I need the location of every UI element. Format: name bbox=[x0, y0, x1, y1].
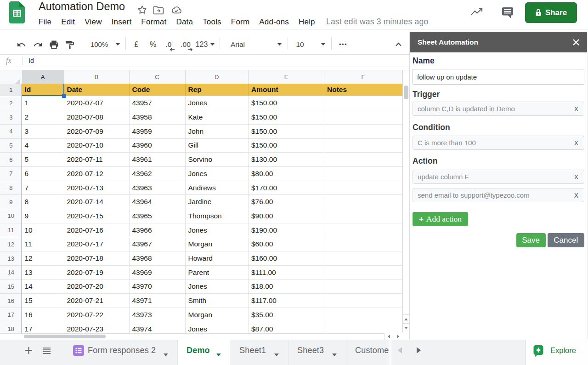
cell-E3[interactable]: $150.00 bbox=[249, 110, 324, 125]
cell-A1[interactable]: Id bbox=[22, 84, 64, 96]
formula-input[interactable]: Id bbox=[28, 57, 34, 64]
cell-A2[interactable]: 1 bbox=[22, 97, 64, 111]
sheet-tab-customers[interactable]: Customers bbox=[346, 340, 390, 365]
menu-view[interactable]: View bbox=[85, 17, 102, 28]
cell-D17[interactable]: Morgan bbox=[186, 308, 249, 322]
menu-help[interactable]: Help bbox=[299, 17, 315, 28]
action-chip-2[interactable]: send email to support@typezoo.comX bbox=[413, 188, 584, 202]
last-edit-status[interactable]: Last edit was 3 minutes ago bbox=[326, 17, 428, 26]
cell-A9[interactable]: 8 bbox=[22, 195, 64, 209]
cell-E10[interactable]: $90.00 bbox=[249, 209, 324, 223]
cell-B16[interactable]: 2020-07-21 bbox=[64, 294, 130, 308]
comment-icon[interactable] bbox=[501, 6, 514, 20]
cell-A7[interactable]: 6 bbox=[22, 167, 64, 181]
move-folder-icon[interactable] bbox=[153, 6, 164, 17]
cell-F16[interactable] bbox=[324, 294, 402, 308]
cell-B5[interactable]: 2020-07-10 bbox=[64, 139, 130, 153]
cell-E6[interactable]: $130.00 bbox=[249, 153, 324, 167]
cell-D16[interactable]: Smith bbox=[186, 294, 249, 308]
select-all-corner[interactable] bbox=[0, 70, 22, 84]
cell-E13[interactable]: $160.00 bbox=[249, 251, 324, 266]
cell-E16[interactable]: $117.00 bbox=[249, 294, 324, 308]
add-action-button[interactable]: + Add action bbox=[413, 212, 468, 226]
cell-D6[interactable]: Sorvino bbox=[186, 153, 249, 167]
cloud-saved-icon[interactable] bbox=[170, 6, 182, 17]
zoom-select[interactable]: 100% bbox=[88, 32, 110, 57]
cell-A18[interactable]: 17 bbox=[22, 322, 64, 333]
cell-F10[interactable] bbox=[324, 209, 402, 223]
cell-B1[interactable]: Date bbox=[64, 84, 130, 96]
row-header-1[interactable]: 1 bbox=[0, 84, 22, 96]
cell-A3[interactable]: 2 bbox=[22, 110, 64, 125]
save-button[interactable]: Save bbox=[516, 233, 546, 247]
remove-condition-button[interactable]: X bbox=[574, 139, 578, 147]
selection-fill-handle[interactable] bbox=[62, 94, 66, 98]
row-header-2[interactable]: 2 bbox=[0, 97, 22, 111]
remove-trigger-button[interactable]: X bbox=[574, 105, 578, 113]
cell-D18[interactable]: Jones bbox=[186, 322, 249, 333]
cell-D2[interactable]: Jones bbox=[186, 97, 249, 111]
cell-F14[interactable] bbox=[324, 266, 402, 280]
font-size-select[interactable]: 10 bbox=[294, 32, 305, 57]
cell-B15[interactable]: 2020-07-20 bbox=[64, 280, 130, 294]
cell-C16[interactable]: 43971 bbox=[130, 294, 186, 308]
cell-B9[interactable]: 2020-07-14 bbox=[64, 195, 130, 209]
cell-F1[interactable]: Notes bbox=[324, 84, 402, 96]
row-header-7[interactable]: 7 bbox=[0, 167, 22, 181]
cell-E5[interactable]: $150.00 bbox=[249, 139, 324, 153]
collapse-toolbar-button[interactable] bbox=[394, 32, 403, 57]
cell-D15[interactable]: Jones bbox=[186, 280, 249, 294]
cell-F7[interactable] bbox=[324, 167, 402, 181]
cell-F18[interactable] bbox=[324, 322, 402, 333]
cell-D4[interactable]: John bbox=[186, 125, 249, 139]
row-header-17[interactable]: 17 bbox=[0, 308, 22, 322]
column-header-d[interactable]: D bbox=[186, 70, 249, 84]
menu-tools[interactable]: Tools bbox=[203, 17, 221, 28]
cell-F12[interactable] bbox=[324, 238, 402, 252]
row-header-5[interactable]: 5 bbox=[0, 139, 22, 153]
condition-chip[interactable]: C is more than 100 X bbox=[413, 136, 584, 150]
sheet-tab-sheet3[interactable]: Sheet3 bbox=[288, 340, 346, 365]
cell-C11[interactable]: 43966 bbox=[130, 223, 186, 238]
cell-D3[interactable]: Kate bbox=[186, 110, 249, 125]
menu-format[interactable]: Format bbox=[141, 17, 166, 28]
name-input[interactable]: follow up on update bbox=[413, 69, 584, 85]
cell-B2[interactable]: 2020-07-07 bbox=[64, 97, 130, 111]
cell-F8[interactable] bbox=[324, 181, 402, 195]
column-header-f[interactable]: F bbox=[324, 70, 402, 84]
number-format-button[interactable]: 123 bbox=[195, 32, 209, 57]
cell-E9[interactable]: $76.00 bbox=[249, 195, 324, 209]
cell-C2[interactable]: 43957 bbox=[130, 97, 186, 111]
row-header-3[interactable]: 3 bbox=[0, 110, 22, 125]
cell-D1[interactable]: Rep bbox=[186, 84, 249, 96]
cell-C1[interactable]: Code bbox=[130, 84, 186, 96]
cell-F5[interactable] bbox=[324, 139, 402, 153]
cell-D9[interactable]: Jardine bbox=[186, 195, 249, 209]
sheet-tab-form-responses-2[interactable]: Form responses 2 bbox=[64, 340, 178, 365]
cell-C5[interactable]: 43960 bbox=[130, 139, 186, 153]
vertical-scrollbar[interactable] bbox=[402, 70, 409, 332]
trigger-chip[interactable]: column C,D is updated in Demo X bbox=[413, 102, 584, 116]
cell-A4[interactable]: 3 bbox=[22, 125, 64, 139]
cell-F11[interactable] bbox=[324, 223, 402, 238]
cell-B17[interactable]: 2020-07-22 bbox=[64, 308, 130, 322]
cell-E2[interactable]: $150.00 bbox=[249, 97, 324, 111]
cell-A12[interactable]: 11 bbox=[22, 238, 64, 252]
cell-B3[interactable]: 2020-07-08 bbox=[64, 110, 130, 125]
cell-C3[interactable]: 43958 bbox=[130, 110, 186, 125]
cell-D12[interactable]: Morgan bbox=[186, 238, 249, 252]
scroll-right-button[interactable] bbox=[394, 333, 403, 340]
cell-F9[interactable] bbox=[324, 195, 402, 209]
cell-D11[interactable]: Jones bbox=[186, 223, 249, 238]
format-currency-button[interactable]: £ bbox=[131, 32, 142, 57]
cell-A6[interactable]: 5 bbox=[22, 153, 64, 167]
cell-D10[interactable]: Thompson bbox=[186, 209, 249, 223]
tab-scroll-right-icon[interactable] bbox=[416, 347, 421, 355]
sheet-tab-sheet1[interactable]: Sheet1 bbox=[231, 340, 288, 365]
row-header-15[interactable]: 15 bbox=[0, 280, 22, 294]
cell-E4[interactable]: $150.00 bbox=[249, 125, 324, 139]
column-header-e[interactable]: E bbox=[249, 70, 324, 84]
cell-B7[interactable]: 2020-07-12 bbox=[64, 167, 130, 181]
cell-E7[interactable]: $80.00 bbox=[249, 167, 324, 181]
menu-data[interactable]: Data bbox=[176, 17, 193, 28]
